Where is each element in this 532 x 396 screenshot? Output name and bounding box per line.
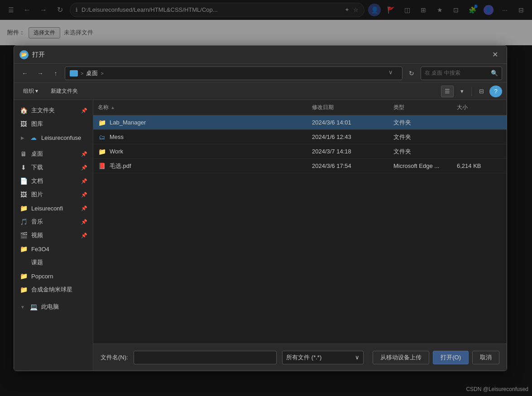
sidebar-item-home[interactable]: 🏠 主文件夹 📌 — [14, 104, 93, 117]
upload-btn[interactable]: 从移动设备上传 — [373, 351, 429, 364]
cloud-icon: ☁ — [29, 134, 38, 142]
sidebar-item-cloud[interactable]: ▶ ☁ Leisureconfuse — [14, 131, 93, 144]
thispc-arrow: ▼ — [19, 304, 26, 310]
file-modified-0: 2024/3/6 14:01 — [312, 119, 393, 126]
pdf-icon: 📕 — [98, 162, 106, 170]
organize-btn[interactable]: 组织 ▾ — [19, 86, 43, 97]
sidebar-item-gallery[interactable]: 🖼 图库 — [14, 117, 93, 131]
file-name-1: Mess — [110, 134, 124, 140]
dialog-titlebar: 📂 打开 ✕ — [14, 46, 507, 64]
dropdown-view-btn[interactable]: ▾ — [455, 86, 468, 97]
file-type-1: 文件夹 — [393, 133, 457, 141]
search-icon[interactable]: 🔍 — [491, 70, 498, 76]
file-name-cell-3: 📕 毛选.pdf — [98, 162, 312, 170]
sidebar-desktop-label: 桌面 — [31, 150, 43, 158]
dialog-backdrop: 📂 打开 ✕ ← → ↑ 🖥 > 桌面 > ∨ ↻ 在 桌面 中搜索 🔍 — [0, 0, 532, 396]
help-btn[interactable]: ? — [489, 86, 502, 97]
sidebar-pictures-label: 图片 — [31, 191, 43, 199]
sidebar-popcorn-label: Popcorn — [31, 273, 53, 280]
sidebar: 🏠 主文件夹 📌 🖼 图库 ▶ ☁ Leisureconfuse 🖥 桌面 — [14, 100, 93, 371]
pin-icon-music: 📌 — [81, 219, 87, 225]
filetype-select[interactable]: 所有文件 (*.*) ∨ — [282, 351, 364, 364]
sidebar-item-desktop[interactable]: 🖥 桌面 📌 — [14, 147, 93, 161]
thispc-icon: 💻 — [29, 303, 38, 311]
view-buttons: ☰ ▾ ⊟ ? — [441, 86, 502, 97]
file-modified-2: 2024/3/7 14:18 — [312, 148, 393, 155]
filetype-dropdown-icon: ∨ — [355, 354, 359, 361]
sidebar-task-label: 课题 — [31, 258, 43, 267]
path-chevron2: > — [101, 71, 103, 76]
cancel-btn[interactable]: 取消 — [472, 351, 499, 364]
expand-arrow: ▶ — [19, 134, 26, 141]
dialog-close-btn[interactable]: ✕ — [489, 48, 501, 61]
dialog-forward-btn[interactable]: → — [34, 67, 47, 80]
sidebar-item-leisureconfi[interactable]: 📁 Leisureconfi 📌 — [14, 201, 93, 215]
col-type[interactable]: 类型 — [393, 104, 457, 111]
dialog-toolbar: ← → ↑ 🖥 > 桌面 > ∨ ↻ 在 桌面 中搜索 🔍 — [14, 64, 507, 83]
file-row-0[interactable]: 📁 Lab_Manager 2024/3/6 14:01 文件夹 — [93, 115, 507, 130]
refresh-btn[interactable]: ↻ — [405, 67, 418, 80]
sidebar-item-task[interactable]: 课题 — [14, 256, 93, 269]
file-type-0: 文件夹 — [393, 119, 457, 127]
file-name-cell-2: 📁 Work — [98, 148, 312, 155]
file-type-3: Microsoft Edge ... — [393, 162, 457, 169]
filename-input[interactable] — [134, 351, 277, 364]
sidebar-downloads-label: 下载 — [31, 163, 43, 172]
sidebar-fe3o4-label: Fe3O4 — [31, 246, 49, 253]
pin-icon-pictures: 📌 — [81, 192, 87, 198]
folder-icon-1: 📁 — [19, 204, 28, 212]
file-row-2[interactable]: 📁 Work 2024/3/7 14:18 文件夹 — [93, 144, 507, 159]
file-size-3: 6,214 KB — [457, 162, 502, 169]
desktop-icon: 🖥 — [19, 150, 28, 158]
pin-icon-lc: 📌 — [81, 205, 87, 211]
new-folder-btn[interactable]: 新建文件夹 — [46, 86, 82, 97]
file-type-2: 文件夹 — [393, 148, 457, 156]
path-dropdown-btn[interactable]: ∨ — [388, 69, 398, 78]
folder-icon-2: 📁 — [19, 245, 28, 253]
dialog-title: 打开 — [32, 51, 489, 59]
file-list-container: 名称 ▲ 修改日期 类型 大小 — [93, 100, 507, 371]
search-box: 在 桌面 中搜索 🔍 — [421, 67, 502, 80]
sidebar-item-popcorn[interactable]: 📁 Popcorn — [14, 269, 93, 283]
col-modified[interactable]: 修改日期 — [312, 104, 393, 111]
folder-icon-3: 📁 — [19, 272, 28, 280]
sidebar-gold-label: 合成金纳米球星 — [31, 286, 72, 294]
sidebar-item-video[interactable]: 🎬 视频 📌 — [14, 229, 93, 242]
sidebar-item-gold[interactable]: 📁 合成金纳米球星 — [14, 283, 93, 296]
separator — [471, 87, 472, 96]
gallery-icon: 🖼 — [19, 120, 28, 128]
file-modified-3: 2024/3/6 17:54 — [312, 162, 393, 169]
sidebar-item-pictures[interactable]: 🖼 图片 📌 — [14, 188, 93, 201]
sort-arrow: ▲ — [110, 105, 115, 110]
watermark: CSDN @Leisureconfused — [466, 386, 528, 392]
sidebar-item-fe3o4[interactable]: 📁 Fe3O4 — [14, 242, 93, 256]
pin-icon-video: 📌 — [81, 233, 87, 239]
folder-icon-lab: 📁 — [98, 119, 106, 126]
sidebar-item-music[interactable]: 🎵 音乐 📌 — [14, 215, 93, 229]
sidebar-video-label: 视频 — [31, 231, 43, 239]
col-name[interactable]: 名称 ▲ — [98, 104, 312, 111]
sidebar-thispc-label: 此电脑 — [41, 303, 59, 311]
filetype-label: 所有文件 (*.*) — [286, 353, 321, 362]
path-bar[interactable]: 🖥 > 桌面 > ∨ — [65, 67, 403, 80]
sidebar-docs-label: 文档 — [31, 177, 43, 185]
sidebar-item-docs[interactable]: 📄 文档 📌 — [14, 174, 93, 188]
dialog-up-btn[interactable]: ↑ — [49, 67, 62, 80]
file-row-1[interactable]: 🗂 Mess 2024/1/6 12:43 文件夹 — [93, 130, 507, 144]
list-view-btn[interactable]: ☰ — [441, 86, 454, 97]
open-btn[interactable]: 打开(O) — [433, 351, 469, 364]
file-name-0: Lab_Manager — [110, 119, 146, 126]
pane-view-btn[interactable]: ⊟ — [475, 86, 488, 97]
dialog-action-btns: 从移动设备上传 打开(O) 取消 — [373, 351, 499, 364]
dialog-back-btn[interactable]: ← — [19, 67, 31, 80]
pictures-icon: 🖼 — [19, 191, 28, 199]
sidebar-item-thispc[interactable]: ▼ 💻 此电脑 — [14, 300, 93, 314]
file-row-3[interactable]: 📕 毛选.pdf 2024/3/6 17:54 Microsoft Edge .… — [93, 159, 507, 173]
dialog-actions-bar: 组织 ▾ 新建文件夹 ☰ ▾ ⊟ ? — [14, 83, 507, 100]
file-name-cell-1: 🗂 Mess — [98, 134, 312, 141]
downloads-icon: ⬇ — [19, 163, 28, 172]
file-dialog: 📂 打开 ✕ ← → ↑ 🖥 > 桌面 > ∨ ↻ 在 桌面 中搜索 🔍 — [14, 45, 507, 371]
sidebar-item-downloads[interactable]: ⬇ 下载 📌 — [14, 161, 93, 174]
col-size[interactable]: 大小 — [457, 104, 502, 111]
folder-icon-work: 📁 — [98, 148, 106, 155]
